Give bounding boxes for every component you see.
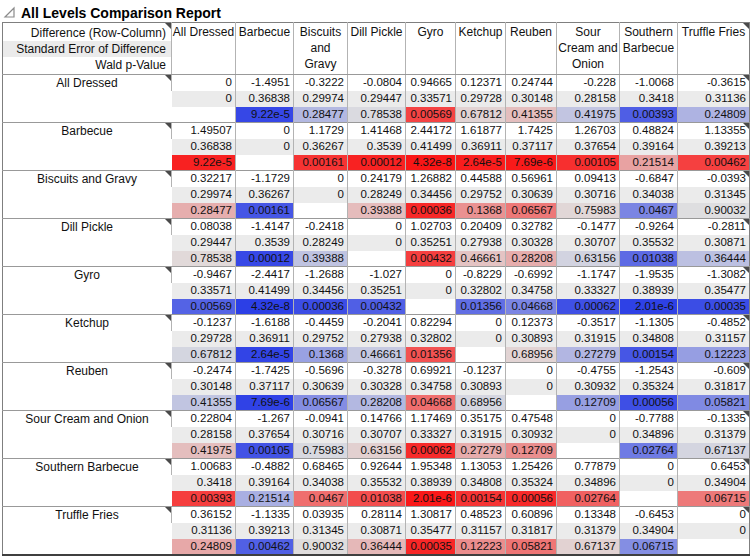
p-value-cell[interactable]: 0.00012 bbox=[236, 251, 294, 267]
diff-cell[interactable]: 0.48824 bbox=[620, 123, 678, 139]
p-value-cell[interactable]: 0.0467 bbox=[620, 203, 678, 219]
se-cell[interactable]: 0.27938 bbox=[456, 235, 506, 251]
diff-cell[interactable]: -1.1335 bbox=[236, 507, 294, 523]
diff-cell[interactable]: 1.41468 bbox=[348, 123, 406, 139]
se-cell[interactable]: 0.34758 bbox=[406, 379, 456, 395]
diff-cell[interactable]: -1.1729 bbox=[236, 171, 294, 187]
p-value-cell[interactable]: 2.64e-5 bbox=[236, 347, 294, 363]
p-value-cell[interactable]: 0.21514 bbox=[236, 491, 294, 507]
p-value-cell[interactable]: 4.32e-8 bbox=[236, 299, 294, 315]
se-cell[interactable]: 0.29752 bbox=[456, 187, 506, 203]
se-cell[interactable]: 0.31345 bbox=[678, 187, 750, 203]
p-value-cell[interactable]: 2.64e-5 bbox=[456, 155, 506, 171]
diff-cell[interactable]: -0.609 bbox=[678, 363, 750, 379]
se-cell[interactable]: 0.31915 bbox=[557, 331, 620, 347]
p-value-cell[interactable]: 0.05821 bbox=[506, 539, 557, 555]
se-cell[interactable]: 0.30148 bbox=[172, 379, 236, 395]
p-value-cell[interactable]: 0.05821 bbox=[678, 395, 750, 411]
se-cell[interactable]: 0.35251 bbox=[348, 283, 406, 299]
se-cell[interactable]: 0.37117 bbox=[506, 139, 557, 155]
row-label[interactable]: Southern Barbecue bbox=[3, 459, 172, 507]
se-cell[interactable]: 0.30932 bbox=[506, 427, 557, 443]
row-label[interactable]: Reuben bbox=[3, 363, 172, 411]
diff-cell[interactable]: 0.22804 bbox=[172, 411, 236, 427]
p-value-cell[interactable]: 0.63156 bbox=[557, 251, 620, 267]
se-cell[interactable]: 0 bbox=[406, 283, 456, 299]
diff-cell[interactable]: 0 bbox=[172, 75, 236, 91]
diff-cell[interactable]: 0.08038 bbox=[172, 219, 236, 235]
diff-cell[interactable]: 1.1729 bbox=[294, 123, 348, 139]
p-value-cell[interactable]: 0.27279 bbox=[456, 443, 506, 459]
se-cell[interactable]: 0.35324 bbox=[620, 379, 678, 395]
diff-cell[interactable]: -0.7788 bbox=[620, 411, 678, 427]
diff-cell[interactable]: 0.32217 bbox=[172, 171, 236, 187]
se-cell[interactable]: 0.39164 bbox=[236, 475, 294, 491]
se-cell[interactable]: 0.31157 bbox=[678, 331, 750, 347]
se-cell[interactable]: 0.33571 bbox=[406, 91, 456, 107]
se-cell[interactable]: 0.34904 bbox=[620, 523, 678, 539]
se-cell[interactable]: 0.30639 bbox=[506, 187, 557, 203]
p-value-cell[interactable]: 0.28477 bbox=[172, 203, 236, 219]
p-value-cell[interactable]: 0.68956 bbox=[506, 347, 557, 363]
p-value-cell[interactable] bbox=[620, 491, 678, 507]
se-cell[interactable]: 0.41499 bbox=[236, 283, 294, 299]
diff-cell[interactable]: -0.9264 bbox=[620, 219, 678, 235]
se-cell[interactable]: 0.31817 bbox=[506, 523, 557, 539]
diff-cell[interactable]: 0 bbox=[456, 315, 506, 331]
p-value-cell[interactable]: 0.41975 bbox=[557, 107, 620, 123]
se-cell[interactable]: 0.30871 bbox=[678, 235, 750, 251]
diff-cell[interactable]: 0 bbox=[620, 459, 678, 475]
diff-cell[interactable]: 0.12371 bbox=[456, 75, 506, 91]
diff-cell[interactable]: -0.228 bbox=[557, 75, 620, 91]
diff-cell[interactable]: 0 bbox=[294, 171, 348, 187]
diff-cell[interactable]: -1.2543 bbox=[620, 363, 678, 379]
diff-cell[interactable]: -1.027 bbox=[348, 267, 406, 283]
p-value-cell[interactable]: 0.00036 bbox=[294, 299, 348, 315]
diff-cell[interactable]: 1.95348 bbox=[406, 459, 456, 475]
se-cell[interactable]: 0.31345 bbox=[294, 523, 348, 539]
diff-cell[interactable]: 0.13348 bbox=[557, 507, 620, 523]
diff-cell[interactable]: -0.4459 bbox=[294, 315, 348, 331]
se-cell[interactable]: 0.36838 bbox=[172, 139, 236, 155]
p-value-cell[interactable]: 0.00161 bbox=[294, 155, 348, 171]
se-cell[interactable]: 0.31379 bbox=[557, 523, 620, 539]
se-cell[interactable]: 0 bbox=[678, 523, 750, 539]
p-value-cell[interactable]: 0.39388 bbox=[348, 203, 406, 219]
diff-cell[interactable]: 0.77879 bbox=[557, 459, 620, 475]
p-value-cell[interactable]: 0.24809 bbox=[678, 107, 750, 123]
diff-cell[interactable]: 0.47548 bbox=[506, 411, 557, 427]
p-value-cell[interactable]: 0.28477 bbox=[294, 107, 348, 123]
diff-cell[interactable]: -1.9535 bbox=[620, 267, 678, 283]
p-value-cell[interactable] bbox=[678, 539, 750, 555]
se-cell[interactable]: 0.37117 bbox=[236, 379, 294, 395]
se-cell[interactable]: 0.34456 bbox=[294, 283, 348, 299]
p-value-cell[interactable]: 0.28208 bbox=[348, 395, 406, 411]
p-value-cell[interactable]: 0.0467 bbox=[294, 491, 348, 507]
diff-cell[interactable]: -0.8229 bbox=[456, 267, 506, 283]
disclosure-triangle-icon[interactable] bbox=[3, 6, 16, 19]
p-value-cell[interactable]: 0.00062 bbox=[557, 299, 620, 315]
se-cell[interactable]: 0.34808 bbox=[620, 331, 678, 347]
column-header[interactable]: Reuben bbox=[506, 23, 557, 75]
diff-cell[interactable]: -0.3278 bbox=[348, 363, 406, 379]
p-value-cell[interactable] bbox=[456, 347, 506, 363]
p-value-cell[interactable]: 0.00105 bbox=[557, 155, 620, 171]
diff-cell[interactable]: 1.13355 bbox=[678, 123, 750, 139]
se-cell[interactable]: 0.3418 bbox=[620, 91, 678, 107]
diff-cell[interactable]: -1.3082 bbox=[678, 267, 750, 283]
row-label[interactable]: Barbecue bbox=[3, 123, 172, 171]
p-value-cell[interactable]: 0.28208 bbox=[506, 251, 557, 267]
se-cell[interactable]: 0 bbox=[506, 379, 557, 395]
se-cell[interactable]: 0.30716 bbox=[557, 187, 620, 203]
p-value-cell[interactable] bbox=[294, 203, 348, 219]
diff-cell[interactable]: -0.0941 bbox=[294, 411, 348, 427]
se-cell[interactable]: 0.27938 bbox=[348, 331, 406, 347]
column-header[interactable]: Southern Barbecue bbox=[620, 23, 678, 75]
p-value-cell[interactable]: 0.00154 bbox=[620, 347, 678, 363]
diff-cell[interactable]: -1.2688 bbox=[294, 267, 348, 283]
column-header[interactable]: Biscuits and Gravy bbox=[294, 23, 348, 75]
p-value-cell[interactable]: 0.1368 bbox=[294, 347, 348, 363]
p-value-cell[interactable]: 0.12223 bbox=[456, 539, 506, 555]
se-cell[interactable]: 0.3539 bbox=[236, 235, 294, 251]
se-cell[interactable]: 0.35532 bbox=[620, 235, 678, 251]
